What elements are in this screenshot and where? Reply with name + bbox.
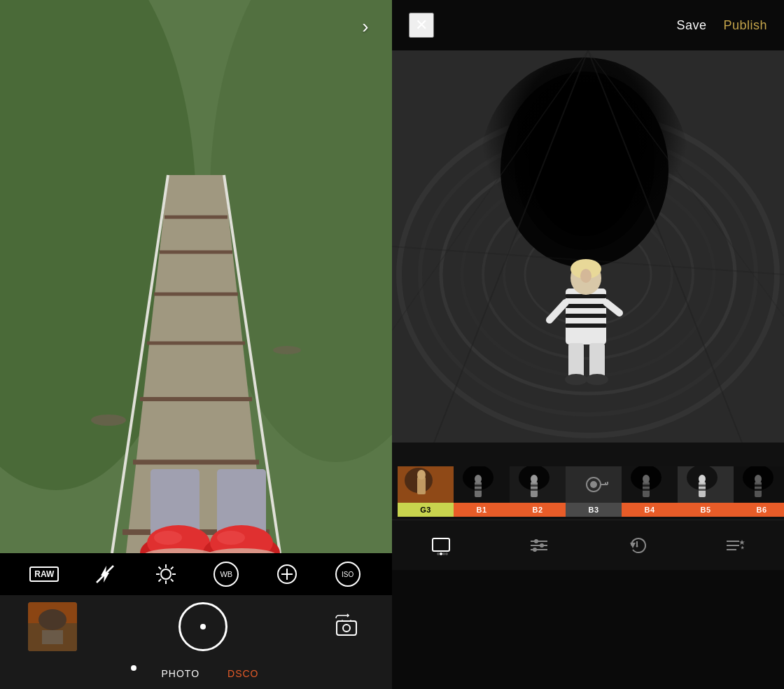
exposure-icon	[155, 563, 177, 585]
starred-tool-button[interactable]	[715, 526, 755, 565]
svg-marker-139	[739, 539, 745, 544]
editor-panel: ✕ Save Publish	[392, 0, 784, 689]
flash-button[interactable]	[90, 559, 120, 590]
svg-rect-114	[678, 466, 734, 503]
shutter-button[interactable]	[178, 602, 227, 651]
svg-point-13	[91, 415, 126, 426]
svg-rect-67	[568, 343, 584, 378]
close-button[interactable]: ✕	[409, 13, 434, 38]
wb-button[interactable]: WB	[211, 559, 241, 590]
editor-header-actions: Save Publish	[676, 18, 767, 33]
filter-b4[interactable]: B4	[622, 466, 678, 517]
filter-b3-thumb	[566, 466, 622, 503]
svg-marker-140	[741, 545, 744, 549]
frame-tool-button[interactable]	[421, 526, 461, 565]
next-arrow[interactable]: ›	[353, 14, 378, 39]
filter-g3-label: G3	[398, 503, 454, 517]
svg-line-34	[158, 579, 161, 582]
svg-rect-107	[622, 466, 678, 503]
filter-b4-image	[622, 466, 678, 503]
camera-mode-bar: PHOTO DSCO	[0, 658, 392, 689]
svg-point-69	[565, 374, 587, 385]
camera-controls-bar: RAW WB	[0, 553, 392, 595]
filter-b6-label: B6	[734, 503, 784, 517]
svg-point-43	[343, 625, 350, 632]
svg-point-123	[437, 552, 440, 555]
filter-b3-image	[566, 466, 622, 503]
filter-b3-label: B3	[566, 503, 622, 517]
wb-label: WB	[214, 562, 239, 587]
filter-b6-image	[734, 466, 784, 503]
filter-b2[interactable]: B2	[510, 466, 566, 517]
photo-mode-button[interactable]: PHOTO	[162, 668, 200, 679]
svg-rect-65	[566, 314, 606, 318]
svg-rect-41	[42, 630, 63, 644]
filter-b4-thumb	[622, 466, 678, 503]
svg-point-21	[154, 531, 182, 545]
history-tool-button[interactable]	[617, 526, 657, 565]
editor-header: ✕ Save Publish	[392, 0, 784, 50]
svg-rect-121	[734, 466, 784, 503]
filter-b2-image	[510, 466, 566, 503]
iso-button[interactable]: ISO	[332, 559, 363, 590]
flash-icon	[95, 564, 115, 584]
svg-point-40	[38, 609, 66, 630]
starred-icon	[724, 534, 746, 557]
photo-svg	[392, 50, 784, 443]
filter-b5-label: B5	[678, 503, 734, 517]
svg-point-22	[217, 531, 245, 545]
svg-rect-122	[433, 538, 449, 551]
svg-point-75	[580, 269, 592, 283]
thumbnail-image	[28, 602, 77, 651]
svg-rect-94	[510, 466, 566, 503]
svg-point-126	[445, 552, 448, 555]
svg-rect-66	[566, 323, 606, 328]
add-button[interactable]	[272, 559, 302, 590]
flip-camera-icon	[332, 613, 360, 641]
save-button[interactable]: Save	[676, 18, 706, 33]
filter-b5-image	[678, 466, 734, 503]
filter-b6-thumb	[734, 466, 784, 503]
publish-button[interactable]: Publish	[723, 18, 767, 33]
svg-point-125	[442, 552, 445, 555]
dsco-mode-button[interactable]: DSCO	[227, 668, 258, 679]
svg-point-132	[533, 548, 537, 552]
svg-line-32	[171, 579, 174, 582]
editor-toolbar	[392, 520, 784, 570]
shutter-inner	[200, 624, 206, 629]
edited-photo	[392, 50, 784, 443]
svg-rect-64	[566, 304, 606, 308]
filter-b1-label: B1	[454, 503, 510, 517]
svg-rect-42	[337, 621, 356, 635]
filter-b6[interactable]: B6	[734, 466, 784, 517]
filter-b1[interactable]: B1	[454, 466, 510, 517]
svg-rect-87	[454, 466, 510, 503]
svg-point-26	[161, 569, 171, 579]
svg-point-70	[586, 374, 608, 385]
svg-rect-80	[398, 466, 454, 503]
filter-g3[interactable]: G3	[398, 466, 454, 517]
filter-spacer	[392, 443, 784, 464]
filter-b4-label: B4	[622, 503, 678, 517]
svg-point-135	[636, 545, 638, 547]
filter-b2-label: B2	[510, 503, 566, 517]
svg-point-130	[534, 539, 538, 543]
svg-point-97	[590, 481, 597, 488]
flip-camera-button[interactable]	[329, 609, 364, 644]
editor-image-area	[392, 50, 784, 443]
camera-bottom-bar: PHOTO DSCO	[0, 595, 392, 689]
svg-point-124	[440, 552, 442, 555]
svg-point-14	[273, 346, 301, 354]
filter-b5[interactable]: B5	[678, 466, 734, 517]
adjust-tool-button[interactable]	[519, 526, 559, 565]
filter-strip: G3 B1	[392, 464, 784, 520]
add-icon	[276, 563, 298, 585]
exposure-button[interactable]	[150, 559, 181, 590]
frame-icon	[430, 534, 452, 557]
thumbnail-preview[interactable]	[28, 602, 77, 651]
svg-point-131	[540, 543, 544, 548]
filter-b3[interactable]: B3	[566, 466, 622, 517]
raw-button[interactable]: RAW	[29, 559, 59, 590]
filter-b5-thumb	[678, 466, 734, 503]
filter-g3-thumb	[398, 466, 454, 503]
